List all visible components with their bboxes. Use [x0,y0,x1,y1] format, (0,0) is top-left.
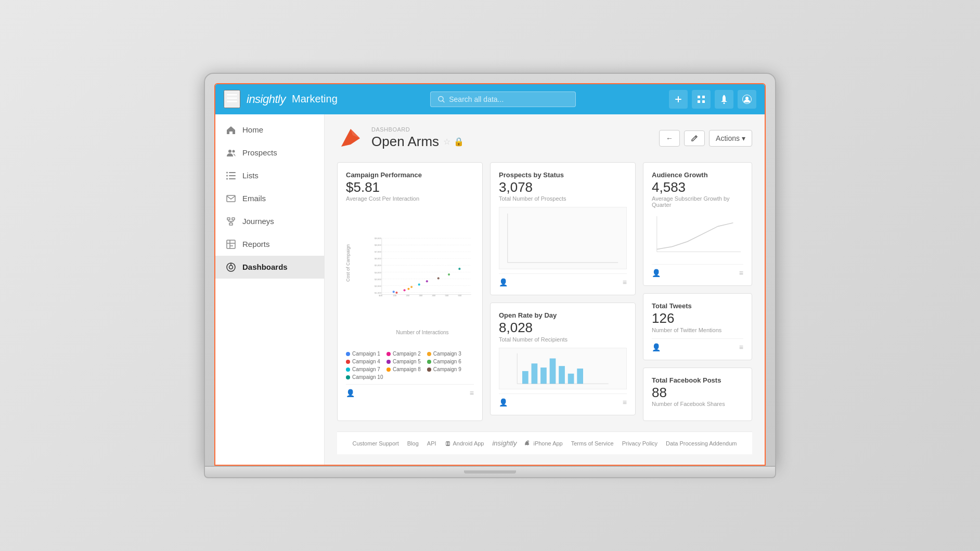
search-icon [438,96,445,103]
svg-rect-87 [559,366,565,384]
tweets-title: Total Tweets [652,302,743,310]
widgets-grid: Campaign Performance $5.81 Average Cost … [337,162,752,422]
y-axis-label: Cost of Campaign [345,244,351,282]
dashboard-title-text: Open Arms [371,134,439,150]
chart-legend: Campaign 1 Campaign 2 Campaign 3 [346,351,474,380]
svg-rect-24 [232,218,235,220]
open-rate-menu-icon[interactable]: ≡ [623,398,627,406]
svg-rect-84 [532,363,538,384]
widget-audience: Audience Growth 4,583 Average Subscriber… [643,162,752,286]
footer-link-dpa[interactable]: Data Processing Addendum [666,440,737,447]
lists-icon [226,170,236,181]
prospects-title: Prospects by Status [499,171,627,179]
sidebar-item-prospects[interactable]: Prospects [215,141,324,164]
widget-campaign-performance: Campaign Performance $5.81 Average Cost … [337,162,483,422]
app-name: Marketing [292,93,338,105]
grid-button[interactable] [692,90,711,109]
svg-rect-86 [550,358,556,384]
sidebar-item-reports[interactable]: Reports [215,233,324,256]
actions-button[interactable]: Actions ▾ [709,130,752,147]
footer-link-api[interactable]: API [427,440,436,447]
prospects-value: 3,078 [499,180,627,195]
svg-point-11 [723,102,725,104]
footer-link-support[interactable]: Customer Support [353,440,399,447]
sidebar-item-home-label: Home [242,125,263,134]
svg-rect-6 [675,99,681,100]
legend-label-3: Campaign 3 [433,351,461,357]
legend-dot-10 [346,375,350,379]
legend-label-9: Campaign 9 [433,366,461,372]
prospects-chart [499,207,627,269]
prospects-user-icon[interactable]: 👤 [499,278,508,286]
notifications-button[interactable] [715,90,733,109]
search-bar[interactable] [430,91,576,107]
svg-text:500: 500 [445,295,449,297]
legend-dot-2 [386,352,391,356]
svg-text:$6,000: $6,000 [375,258,381,260]
svg-rect-88 [568,374,574,384]
open-rate-user-icon[interactable]: 👤 [499,398,508,406]
content-area: DASHBOARD Open Arms ☆ 🔒 ← [325,114,765,465]
middle-column: Prospects by Status 3,078 Total Number o… [490,162,636,422]
tweets-subtitle: Number of Twitter Mentions [652,327,743,333]
sidebar-item-lists[interactable]: Lists [215,164,324,187]
tweets-user-icon[interactable]: 👤 [652,343,661,351]
sidebar-item-emails[interactable]: Emails [215,187,324,210]
svg-text:$9,000: $9,000 [375,238,381,240]
legend-label-5: Campaign 5 [393,359,421,364]
topbar-right-icons [669,90,756,109]
campaign-performance-subtitle: Average Cost Per Interaction [346,195,474,202]
add-button[interactable] [669,90,688,109]
sidebar-item-home[interactable]: Home [215,119,324,141]
search-input[interactable] [449,95,568,103]
user-button[interactable] [738,90,756,109]
campaign-scatter-chart: $9,000 $8,000 $7,000 $6,000 $5,000 $4,00… [371,207,474,326]
legend-dot-4 [346,360,350,364]
legend-label-2: Campaign 2 [393,351,421,357]
edit-button[interactable] [684,130,705,146]
footer-link-iphone[interactable]: iPhone App [533,440,562,447]
apple-icon [525,440,531,447]
svg-rect-25 [229,223,233,225]
legend-item-8: Campaign 8 [386,366,421,372]
legend-dot-7 [346,368,350,372]
back-button[interactable]: ← [659,130,680,147]
footer-link-android[interactable]: Android App [453,440,484,447]
tweets-menu-icon[interactable]: ≡ [739,343,743,351]
audience-user-icon[interactable]: 👤 [652,269,661,277]
sidebar: Home Prospects [215,114,325,465]
svg-rect-23 [227,218,230,220]
prospects-subtitle: Total Number of Prospects [499,195,627,202]
legend-item-9: Campaign 9 [427,366,461,372]
menu-button[interactable] [224,90,240,108]
legend-label-10: Campaign 10 [352,374,383,380]
svg-point-72 [395,292,397,294]
audience-menu-icon[interactable]: ≡ [739,269,743,277]
legend-dot-8 [386,368,391,372]
campaign-menu-icon[interactable]: ≡ [470,389,474,397]
star-icon[interactable]: ☆ [443,137,450,147]
sidebar-item-journeys[interactable]: Journeys [215,210,324,233]
footer-link-blog[interactable]: Blog [407,440,419,447]
laptop-notch [464,470,516,474]
svg-text:$2,000: $2,000 [375,285,381,287]
footer-link-privacy[interactable]: Privacy Policy [622,440,657,447]
sidebar-item-dashboards[interactable]: Dashboards [215,256,324,279]
audience-title: Audience Growth [652,171,743,179]
prospects-menu-icon[interactable]: ≡ [623,278,627,286]
open-rate-chart-svg [499,348,626,389]
svg-point-71 [410,286,412,288]
campaign-user-icon[interactable]: 👤 [346,389,355,397]
svg-text:$5,000: $5,000 [375,265,381,267]
svg-point-69 [393,291,395,293]
campaign-performance-title: Campaign Performance [346,171,474,179]
svg-rect-8 [702,96,705,98]
lock-icon[interactable]: 🔒 [454,137,464,147]
campaign-performance-value: $5.81 [346,180,474,195]
sidebar-item-prospects-label: Prospects [242,148,277,157]
legend-item-10: Campaign 10 [346,374,383,380]
dashboard-breadcrumb: DASHBOARD [371,126,652,133]
footer-link-tos[interactable]: Terms of Service [571,440,614,447]
footer-logo: insightly [492,439,517,447]
legend-item-6: Campaign 6 [427,359,461,364]
